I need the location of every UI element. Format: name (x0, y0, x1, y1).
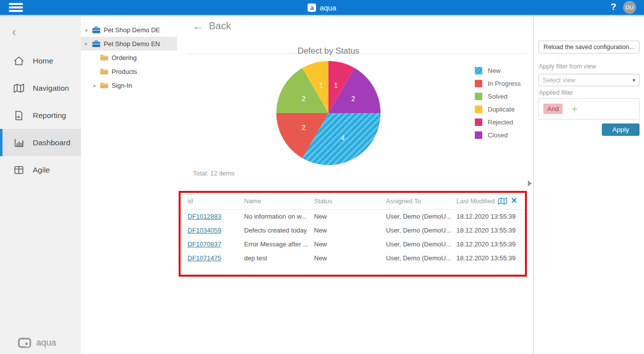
sidebar-collapse-icon[interactable]: ‹ (12, 25, 16, 38)
sidebar-nav: Home Navigation Reporting Dashboard Agil… (0, 47, 81, 183)
chevron-down-icon[interactable] (83, 41, 88, 47)
project-briefcase-icon (92, 26, 101, 34)
sidebar-item-label: Dashboard (33, 138, 70, 147)
applied-filter-label: Applied filter (539, 89, 573, 96)
legend-item-rejected[interactable]: Rejected (475, 118, 520, 126)
defects-table: Id Name Status Assigned To Last Modified… (181, 193, 525, 265)
defect-modified-cell: 18.12.2020 13:55:39 (456, 209, 525, 223)
defect-name-cell: No information on w... (244, 209, 314, 223)
filter-from-view-label: Apply filter from view (539, 63, 596, 70)
tree-item-products[interactable]: Products (81, 64, 177, 78)
folder-icon (100, 82, 109, 89)
tree-item-label: Ordering (112, 54, 137, 61)
column-header-label: Last Modified (456, 197, 495, 205)
app-logo: aqua (0, 0, 644, 15)
defect-assigned-cell: User, Demo (DemoU... (386, 237, 456, 251)
legend-swatch-rejected (475, 118, 482, 126)
tree-item-pet-shop-demo-de[interactable]: Pet Shop Demo DE (81, 23, 177, 37)
defect-id-link[interactable]: DF1070837 (188, 240, 221, 248)
apply-button[interactable]: Apply (602, 123, 640, 136)
pie-chart[interactable]: 124221 (274, 59, 383, 168)
column-header-name[interactable]: Name (244, 193, 314, 209)
reload-configuration-button[interactable]: Reload the saved configuration... (538, 41, 640, 54)
sidebar-item-label: Navigation (33, 84, 69, 93)
defect-id-link[interactable]: DF1034059 (188, 227, 221, 234)
defect-modified-cell: 18.12.2020 13:55:39 (456, 251, 525, 265)
close-icon[interactable]: ✕ (511, 197, 517, 205)
help-icon[interactable]: ? (610, 1, 616, 12)
project-briefcase-icon (92, 40, 101, 48)
column-header-status[interactable]: Status (314, 193, 386, 209)
table-row[interactable]: DF1034059 Defects created today New User… (181, 223, 525, 237)
legend-label: In Progress (488, 80, 520, 87)
defect-name-cell: dep test (244, 251, 314, 265)
tree-item-ordering[interactable]: Ordering (81, 51, 177, 64)
pie-slice-value: 2 (302, 95, 306, 103)
defect-modified-cell: 18.12.2020 13:55:39 (456, 223, 525, 237)
legend-swatch-new (475, 67, 482, 74)
column-header-assigned-to[interactable]: Assigned To (386, 193, 456, 209)
legend-item-solved[interactable]: Solved (475, 93, 520, 100)
tree-item-label: Products (112, 68, 137, 75)
legend-item-in-progress[interactable]: In Progress (475, 80, 520, 87)
table-row[interactable]: DF1012883 No information on w... New Use… (181, 209, 525, 223)
defect-id-link[interactable]: DF1012883 (188, 213, 221, 220)
table-header-row: Id Name Status Assigned To Last Modified… (181, 193, 525, 209)
column-header-last-modified[interactable]: Last Modified ✕ (456, 193, 525, 209)
chevron-right-icon[interactable] (92, 83, 97, 88)
defect-status-cell: New (314, 251, 386, 265)
sidebar-item-agile[interactable]: Agile (0, 156, 81, 183)
chevron-down-icon: ▾ (633, 77, 635, 83)
legend-item-duplicate[interactable]: Duplicate (475, 106, 520, 113)
applied-filter-box: And + (538, 98, 640, 119)
panel-collapse-handle[interactable] (528, 180, 532, 186)
defect-assigned-cell: User, Demo (DemoU... (386, 223, 456, 237)
tree-item-sign-in[interactable]: Sign-In (81, 78, 177, 92)
defect-assigned-cell: User, Demo (DemoU... (386, 251, 456, 265)
left-sidebar: ‹ Home Navigation Reporting Dashboard Ag… (0, 16, 81, 354)
table-row[interactable]: DF1070837 Error Message after ... New Us… (181, 237, 525, 251)
legend-label: Rejected (488, 118, 513, 126)
folder-icon (100, 54, 109, 61)
select-view-placeholder: Select view (543, 76, 576, 84)
sidebar-item-navigation[interactable]: Navigation (0, 74, 81, 102)
chart-title: Defect by Status (252, 46, 405, 56)
user-avatar[interactable]: DU (623, 1, 636, 14)
sidebar-item-label: Home (33, 57, 53, 65)
pie-slice-value: 2 (302, 123, 306, 131)
folder-icon (100, 68, 109, 75)
report-document-icon (13, 110, 25, 121)
legend-label: Closed (488, 131, 508, 139)
legend-swatch-duplicate (475, 106, 482, 113)
sidebar-item-label: Agile (33, 166, 50, 175)
home-icon (13, 55, 25, 67)
defect-status-cell: New (314, 237, 386, 251)
chevron-right-icon[interactable] (84, 27, 89, 33)
back-button[interactable]: ← Back (193, 20, 231, 32)
pie-slice-value: 4 (341, 134, 345, 142)
hamburger-menu-icon[interactable] (9, 3, 23, 12)
footer-logo-text: aqua (36, 338, 56, 348)
legend-label: Solved (488, 93, 508, 100)
select-view-dropdown[interactable]: Select view ▾ (538, 74, 640, 86)
project-tree-panel: Pet Shop Demo DE Pet Shop Demo EN Orderi… (81, 16, 177, 354)
tree-item-pet-shop-demo-en[interactable]: Pet Shop Demo EN (81, 37, 177, 51)
sidebar-item-home[interactable]: Home (0, 47, 81, 74)
sidebar-item-dashboard[interactable]: Dashboard (0, 129, 81, 156)
back-arrow-icon: ← (193, 21, 203, 32)
legend-item-closed[interactable]: Closed (475, 131, 520, 139)
table-row[interactable]: DF1071475 dep test New User, Demo (DemoU… (181, 251, 525, 265)
main-content: ← Back Defect by Status 124221 New (177, 16, 533, 354)
map-view-icon[interactable] (498, 197, 508, 205)
defect-id-link[interactable]: DF1071475 (188, 254, 221, 262)
pie-slice-value: 1 (334, 81, 338, 89)
legend-item-new[interactable]: New (475, 67, 520, 74)
add-filter-icon[interactable]: + (572, 104, 578, 114)
aqua-logo-icon (308, 3, 316, 12)
annotation-highlight-box: Id Name Status Assigned To Last Modified… (179, 191, 527, 277)
and-operator-chip[interactable]: And (543, 104, 563, 114)
legend-swatch-solved (475, 93, 482, 100)
aqua-logo-icon (18, 338, 31, 348)
column-header-id[interactable]: Id (181, 193, 244, 209)
sidebar-item-reporting[interactable]: Reporting (0, 102, 81, 129)
